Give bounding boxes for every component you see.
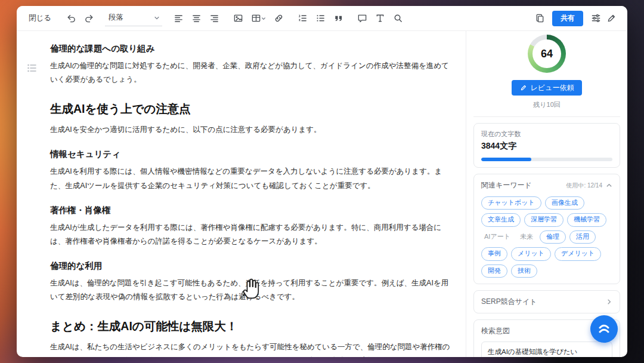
keyword-chip[interactable]: 文章生成	[481, 213, 521, 226]
keyword-chip[interactable]: AIアート	[481, 230, 513, 244]
table-icon	[251, 13, 261, 23]
doc-heading[interactable]: 情報セキュリティ	[50, 149, 454, 160]
insert-image-button[interactable]	[230, 11, 246, 26]
keyword-chip-list: チャットボット画像生成文章生成深層学習機械学習AIアート未来倫理活用事例メリット…	[481, 196, 612, 278]
keyword-chip[interactable]: 事例	[481, 247, 507, 260]
right-sidebar: 64 レビュー依頼 残り10回 現在の文字数 3844文字 関連キーワード 使用	[466, 31, 627, 357]
doc-paragraph[interactable]: 生成AIの倫理的な問題に対処するために、開発者、企業、政府などが協力して、ガイド…	[50, 59, 454, 87]
pencil-icon	[606, 13, 617, 23]
doc-paragraph[interactable]: 生成AIは、倫理的な問題を引き起こす可能性もあるため、責任を持って利用することが…	[50, 276, 454, 304]
char-progress-track	[481, 158, 612, 161]
edit-button[interactable]	[603, 11, 619, 26]
score-value: 64	[532, 39, 561, 68]
char-count-value: 3844文字	[481, 141, 612, 152]
search-intent-title: 検索意図	[481, 326, 510, 336]
link-icon	[274, 13, 284, 23]
keyword-chip[interactable]: 倫理	[540, 230, 566, 244]
keywords-collapse-toggle[interactable]	[606, 182, 612, 189]
bullet-list-icon	[315, 13, 326, 23]
doc-heading[interactable]: まとめ：生成AIの可能性は無限大！	[50, 318, 454, 334]
chevron-right-icon	[606, 299, 612, 305]
text-tool-icon	[375, 13, 385, 23]
ordered-list-button[interactable]	[295, 11, 310, 26]
keywords-card: 関連キーワード 使用中: 12/14 チャットボット画像生成文章生成深層学習機械…	[473, 174, 620, 284]
score-ring: 64	[528, 35, 566, 73]
review-request-label: レビュー依頼	[531, 83, 574, 93]
undo-icon	[66, 13, 76, 23]
desktop: { "toolbar": { "close_label": "閉じる", "pa…	[0, 0, 644, 363]
content-area: 倫理的な課題への取り組み生成AIの倫理的な問題に対処するために、開発者、企業、政…	[17, 31, 627, 357]
doc-paragraph[interactable]: 生成AIは、私たちの生活やビジネスに多くのメリットをもたらす可能性を秘めている一…	[50, 340, 454, 357]
score-section: 64 レビュー依頼 残り10回	[473, 35, 620, 117]
doc-heading[interactable]: 倫理的な利用	[50, 260, 454, 272]
insert-link-button[interactable]	[271, 11, 286, 26]
chevron-down-icon	[154, 15, 160, 21]
keyword-chip[interactable]: 画像生成	[545, 196, 584, 210]
paragraph-style-label: 段落	[109, 13, 123, 23]
toolbar: 閉じる 段落	[17, 6, 627, 31]
close-button[interactable]: 閉じる	[25, 11, 55, 26]
review-request-button[interactable]: レビュー依頼	[512, 80, 582, 96]
blockquote-button[interactable]	[330, 11, 346, 26]
chevron-up-icon	[606, 182, 612, 189]
doc-heading[interactable]: 著作権・肖像権	[50, 205, 454, 216]
char-count-label: 現在の文字数	[481, 130, 612, 139]
document-body[interactable]: 倫理的な課題への取り組み生成AIの倫理的な問題に対処するために、開発者、企業、政…	[50, 43, 454, 357]
intent-item[interactable]: 生成AIの基礎知識を学びたい	[481, 342, 612, 357]
align-left-button[interactable]	[171, 11, 186, 26]
chevron-down-icon	[261, 16, 266, 21]
pencil-icon	[520, 84, 527, 91]
keyword-chip[interactable]: 技術	[511, 264, 537, 278]
quote-icon	[333, 13, 343, 23]
intent-item-list: 生成AIの基礎知識を学びたい生成AIと従来のAIの違いを知りたい	[481, 342, 612, 357]
keywords-title: 関連キーワード	[481, 180, 532, 190]
align-left-icon	[174, 13, 184, 23]
assistant-logo-button[interactable]	[590, 315, 618, 343]
bullet-list-button[interactable]	[312, 11, 328, 26]
copy-button[interactable]	[532, 11, 547, 26]
keyword-chip[interactable]: 開発	[481, 264, 507, 278]
keyword-chip[interactable]: 活用	[569, 230, 596, 244]
comment-button[interactable]	[354, 11, 370, 26]
keyword-chip[interactable]: 未来	[517, 230, 536, 244]
keyword-chip[interactable]: チャットボット	[481, 196, 541, 210]
insert-table-button[interactable]	[248, 11, 268, 26]
app-window: 閉じる 段落	[17, 6, 627, 357]
share-button[interactable]: 共有	[552, 11, 583, 26]
char-progress-fill	[481, 158, 531, 161]
serp-label: SERP競合サイト	[481, 297, 537, 307]
char-count-card: 現在の文字数 3844文字	[473, 123, 620, 168]
align-center-button[interactable]	[188, 11, 204, 26]
image-icon	[233, 13, 243, 23]
doc-paragraph[interactable]: 生成AIが生成したデータを利用する際には、著作権や肖像権に配慮する必要があります…	[50, 221, 454, 248]
keyword-chip[interactable]: デメリット	[555, 247, 601, 260]
copy-icon	[535, 13, 545, 23]
comment-icon	[357, 13, 367, 23]
text-tool-button[interactable]	[372, 11, 388, 26]
doc-heading[interactable]: 生成AIを使う上での注意点	[50, 101, 454, 117]
keyword-chip[interactable]: 深層学習	[524, 213, 564, 226]
redo-button[interactable]	[81, 11, 97, 26]
tune-button[interactable]	[588, 11, 603, 26]
serp-section[interactable]: SERP競合サイト	[473, 290, 620, 313]
keywords-usage: 使用中: 12/14	[566, 182, 602, 190]
serp-expand-toggle[interactable]	[606, 299, 612, 305]
doc-heading[interactable]: 倫理的な課題への取り組み	[50, 43, 454, 54]
redo-icon	[84, 13, 94, 23]
editor-pane[interactable]: 倫理的な課題への取り組み生成AIの倫理的な問題に対処するために、開発者、企業、政…	[17, 31, 466, 357]
align-right-button[interactable]	[206, 11, 222, 26]
ordered-list-icon	[298, 13, 308, 23]
doc-paragraph[interactable]: 生成AIを利用する際には、個人情報や機密情報などの重要なデータを入力しないように…	[50, 165, 454, 192]
outline-toggle[interactable]	[26, 62, 38, 74]
outline-icon	[26, 62, 38, 74]
doc-paragraph[interactable]: 生成AIを安全かつ適切に活用するために、以下の点に注意する必要があります。	[50, 123, 454, 137]
paragraph-style-select[interactable]: 段落	[105, 10, 162, 26]
search-icon	[393, 13, 403, 23]
keyword-chip[interactable]: 機械学習	[567, 213, 606, 226]
align-center-icon	[191, 13, 202, 23]
keyword-chip[interactable]: メリット	[511, 247, 551, 260]
tune-icon	[591, 13, 601, 23]
align-right-icon	[209, 13, 219, 23]
search-button[interactable]	[390, 11, 405, 26]
undo-button[interactable]	[63, 11, 79, 26]
